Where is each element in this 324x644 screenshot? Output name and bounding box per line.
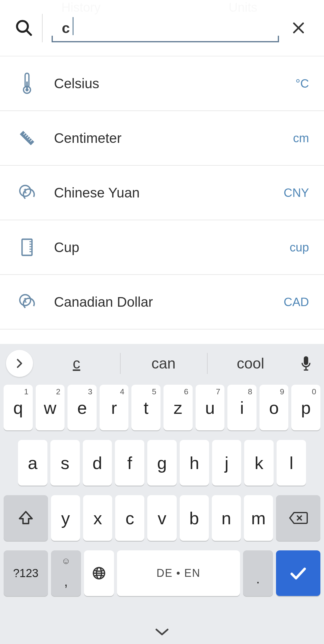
key-k[interactable]: k [244,440,274,486]
key-m[interactable]: m [244,495,273,541]
key-f[interactable]: f [115,440,144,486]
mic-icon [299,355,313,372]
result-symbol: CAD [284,295,309,309]
key-s[interactable]: s [50,440,80,486]
result-symbol: °C [296,77,309,90]
coin-icon: 1 [0,184,54,202]
divider [42,14,43,42]
key-o[interactable]: 9o [260,385,289,430]
key-r[interactable]: 4r [100,385,129,430]
enter-key[interactable] [276,550,320,596]
search-input[interactable] [52,13,279,43]
svg-rect-26 [304,356,308,365]
result-item[interactable]: Cupcup [0,220,324,275]
shift-icon [17,510,34,526]
key-e[interactable]: 3e [68,385,97,430]
emoji-icon: ☺ [62,556,71,566]
key-v[interactable]: v [147,495,176,541]
key-y[interactable]: y [51,495,80,541]
key-n[interactable]: n [212,495,241,541]
key-b[interactable]: b [180,495,209,541]
result-symbol: cup [290,241,309,254]
result-symbol: CNY [284,186,309,200]
svg-line-1 [26,30,31,35]
space-key[interactable]: DE • EN [117,550,240,596]
svg-point-6 [26,88,29,92]
suggestion[interactable]: c [33,344,120,383]
coin-icon: 1 [0,293,54,311]
key-p[interactable]: 0p [291,385,320,430]
search-input-wrap[interactable] [52,13,279,43]
collapse-keyboard-button[interactable] [0,620,324,644]
result-name: Celsius [54,75,296,92]
key-t[interactable]: 5t [131,385,160,430]
keyboard-row-3: yxcvbnm [0,495,324,541]
key-j[interactable]: j [212,440,242,486]
keyboard: ccancool 1q2w3e4r5t6z7u8i9o0p asdfghjkl … [0,344,324,644]
result-item[interactable]: Centimetercm [0,111,324,166]
result-name: Centimeter [54,130,293,146]
symbols-key[interactable]: ?123 [4,550,48,596]
backspace-key[interactable] [276,495,320,541]
search-icon [9,19,39,37]
suggestion[interactable]: can [120,344,207,383]
check-icon [289,566,307,580]
key-h[interactable]: h [180,440,209,486]
key-i[interactable]: 8i [227,385,256,430]
close-icon [292,21,305,35]
comma-key[interactable]: ☺ , [51,550,81,596]
key-x[interactable]: x [83,495,112,541]
result-item[interactable]: 1Canadian DollarCAD [0,275,324,330]
chevron-right-icon [14,358,25,369]
language-key[interactable] [84,550,114,596]
expand-button[interactable] [6,350,33,377]
result-name: Cup [54,239,290,255]
key-z[interactable]: 6z [164,385,193,430]
result-name: Chinese Yuan [54,185,284,201]
clear-button[interactable] [285,14,312,41]
key-g[interactable]: g [147,440,177,486]
search-bar [0,0,324,56]
result-item[interactable]: 1Chinese YuanCNY [0,166,324,220]
mic-button[interactable] [294,355,318,372]
key-l[interactable]: l [277,440,306,486]
shift-key[interactable] [4,495,48,541]
text-cursor [73,17,74,35]
result-symbol: cm [293,131,309,145]
chevron-down-icon [154,627,170,636]
keyboard-row-4: ?123 ☺ , DE • EN . [0,550,324,596]
cup-icon [0,238,54,257]
period-label: . [256,570,260,587]
key-u[interactable]: 7u [196,385,225,430]
suggestion[interactable]: cool [207,344,294,383]
result-item[interactable]: Celsius°C [0,56,324,111]
thermometer-icon [0,73,54,94]
globe-icon [92,566,106,581]
key-d[interactable]: d [83,440,112,486]
result-name: Canadian Dollar [54,294,284,310]
period-key[interactable]: . [243,550,273,596]
backspace-icon [289,511,308,525]
comma-label: , [64,573,68,589]
key-q[interactable]: 1q [4,385,33,430]
ruler-icon [0,129,54,147]
key-a[interactable]: a [18,440,47,486]
key-c[interactable]: c [115,495,144,541]
key-w[interactable]: 2w [36,385,65,430]
suggestion-row: ccancool [0,344,324,383]
